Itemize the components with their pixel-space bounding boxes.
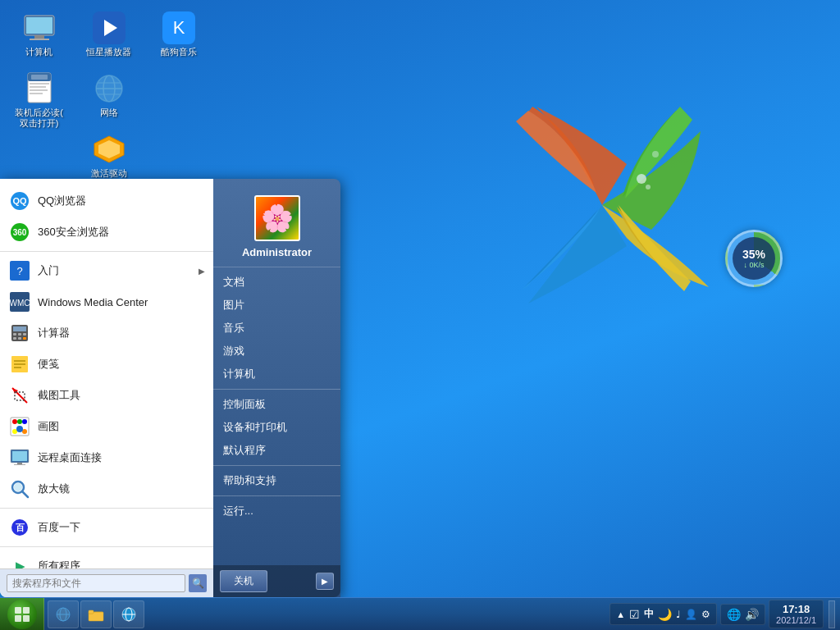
tray-network[interactable]: 🌐 xyxy=(726,607,742,622)
svg-rect-37 xyxy=(18,333,21,336)
start-menu-item-qq-browser[interactable]: QQ QQ浏览器 xyxy=(0,185,213,217)
start-menu-search-bar: 🔍 xyxy=(0,568,213,597)
baidu-label: 百度一下 xyxy=(38,520,80,535)
start-menu-item-wmc[interactable]: WMC Windows Media Center xyxy=(0,286,213,317)
search-input[interactable] xyxy=(7,574,185,592)
tray-gear[interactable]: ⚙ xyxy=(701,608,711,621)
shutdown-arrow-button[interactable]: ▶ xyxy=(316,573,334,590)
right-menu-default-programs[interactable]: 默认程序 xyxy=(213,439,340,462)
tray-ime[interactable]: 中 xyxy=(643,606,655,622)
remote-desktop-icon xyxy=(8,446,31,469)
svg-text:WMC: WMC xyxy=(10,299,30,308)
svg-point-72 xyxy=(57,608,70,621)
clock-time: 17:18 xyxy=(776,603,816,615)
svg-rect-12 xyxy=(30,93,43,94)
taskbar-item-ie[interactable] xyxy=(113,600,144,628)
system-clock[interactable]: 17:18 2021/12/1 xyxy=(769,600,824,628)
paint-icon xyxy=(8,415,31,438)
right-menu-run[interactable]: 运行... xyxy=(213,500,340,523)
start-menu-left-panel: QQ QQ浏览器 360 360安全浏览器 xyxy=(0,179,213,597)
right-menu-computer[interactable]: 计算机 xyxy=(213,363,340,386)
desktop-icon-network-label: 网络 xyxy=(100,107,118,118)
shutdown-button[interactable]: 关机 xyxy=(220,570,267,592)
tray-user[interactable]: 👤 xyxy=(684,608,698,621)
tray-volume[interactable]: 🔊 xyxy=(744,607,760,622)
svg-rect-13 xyxy=(31,75,48,80)
right-menu-documents[interactable]: 文档 xyxy=(213,271,340,294)
start-menu-item-paint[interactable]: 画图 xyxy=(0,411,213,442)
right-menu-games[interactable]: 游戏 xyxy=(213,340,340,363)
svg-rect-59 xyxy=(14,464,25,465)
menu-divider-2 xyxy=(0,508,213,509)
start-menu-right-panel: 🌸 Administrator 文档 图片 音乐 游戏 计算机 控制面板 xyxy=(213,179,340,597)
gauge-percent: 35% xyxy=(742,248,765,261)
desktop-icon-computer[interactable]: 计算机 xyxy=(8,8,70,61)
right-menu-music[interactable]: 音乐 xyxy=(213,317,340,340)
search-button[interactable]: 🔍 xyxy=(189,574,207,592)
all-programs-label: 所有程序 xyxy=(38,559,80,568)
user-section: 🌸 Administrator xyxy=(213,187,340,267)
start-menu-item-snipping-tool[interactable]: 截图工具 xyxy=(0,380,213,411)
sticky-notes-label: 便笺 xyxy=(38,357,59,372)
resource-gauge: 35% ↓ 0K/s xyxy=(725,230,783,287)
right-divider-1 xyxy=(213,389,340,390)
start-button[interactable] xyxy=(0,598,44,631)
right-menu-control-panel[interactable]: 控制面板 xyxy=(213,393,340,416)
desktop-icon-activate-driver[interactable]: 激活驱动 xyxy=(78,130,139,182)
show-desktop-button[interactable] xyxy=(829,600,835,628)
desktop-icon-network[interactable]: 网络 xyxy=(78,69,139,121)
desktop-icon-setup-guide[interactable]: 装机后必读( 双击打开) xyxy=(8,69,70,132)
start-menu-item-remote-desktop[interactable]: 远程桌面连接 xyxy=(0,442,213,473)
svg-line-61 xyxy=(22,491,28,497)
start-menu-item-getting-started[interactable]: ? 入门 ▶ xyxy=(0,255,213,286)
shutdown-bar: 关机 ▶ xyxy=(213,565,340,597)
right-divider-2 xyxy=(213,465,340,466)
right-menu-devices-printers[interactable]: 设备和打印机 xyxy=(213,416,340,439)
start-menu-item-sticky-notes[interactable]: 便笺 xyxy=(0,349,213,380)
svg-rect-4 xyxy=(26,17,52,34)
svg-rect-6 xyxy=(30,39,49,40)
start-menu: QQ QQ浏览器 360 360安全浏览器 xyxy=(0,179,340,597)
desktop-icon-hengxing[interactable]: 恒星播放器 xyxy=(78,8,139,61)
tray-moon[interactable]: 🌙 xyxy=(657,607,673,622)
desktop-icon-kugou[interactable]: K 酷狗音乐 xyxy=(148,8,209,61)
start-menu-item-calculator[interactable]: 计算器 xyxy=(0,317,213,349)
tray-sound[interactable]: ♩ xyxy=(675,608,682,621)
getting-started-arrow: ▶ xyxy=(199,267,205,276)
svg-rect-65 xyxy=(15,607,21,614)
start-menu-item-magnifier[interactable]: 放大镜 xyxy=(0,473,213,504)
windows-logo xyxy=(463,66,742,348)
svg-text:百: 百 xyxy=(16,523,25,532)
taskbar: ▲ ☑ 中 🌙 ♩ 👤 ⚙ 🌐 🔊 17:18 2021/12/1 xyxy=(0,597,840,630)
gauge-speed: ↓ 0K/s xyxy=(743,261,764,269)
svg-rect-9 xyxy=(30,83,49,84)
getting-started-icon: ? xyxy=(8,259,31,282)
svg-point-52 xyxy=(22,419,27,424)
magnifier-label: 放大镜 xyxy=(38,482,70,496)
right-menu-pictures[interactable]: 图片 xyxy=(213,294,340,317)
svg-point-51 xyxy=(17,419,22,424)
svg-rect-11 xyxy=(30,89,48,91)
taskbar-item-explorer[interactable] xyxy=(80,600,112,628)
user-name: Administrator xyxy=(242,246,312,258)
start-menu-item-360-browser[interactable]: 360 360安全浏览器 xyxy=(0,217,213,248)
svg-text:360: 360 xyxy=(13,228,27,237)
right-menu-help-support[interactable]: 帮助和支持 xyxy=(213,469,340,492)
sticky-notes-icon xyxy=(8,353,31,376)
svg-point-0 xyxy=(637,174,646,184)
calculator-label: 计算器 xyxy=(38,326,70,340)
svg-text:K: K xyxy=(172,17,185,38)
taskbar-item-network[interactable] xyxy=(48,600,79,628)
desktop-icon-computer-label: 计算机 xyxy=(25,47,52,57)
svg-rect-10 xyxy=(30,86,46,88)
svg-rect-57 xyxy=(12,451,27,461)
magnifier-icon xyxy=(8,477,31,500)
baidu-icon: 百 xyxy=(8,516,31,539)
start-menu-item-all-programs[interactable]: ▶ 所有程序 xyxy=(0,550,213,568)
svg-point-1 xyxy=(646,185,651,189)
paint-label: 画图 xyxy=(38,419,59,434)
tray-arrow[interactable]: ▲ xyxy=(615,609,626,620)
calculator-icon xyxy=(8,322,31,345)
tray-checkbox[interactable]: ☑ xyxy=(628,607,641,622)
start-menu-item-baidu[interactable]: 百 百度一下 xyxy=(0,512,213,543)
